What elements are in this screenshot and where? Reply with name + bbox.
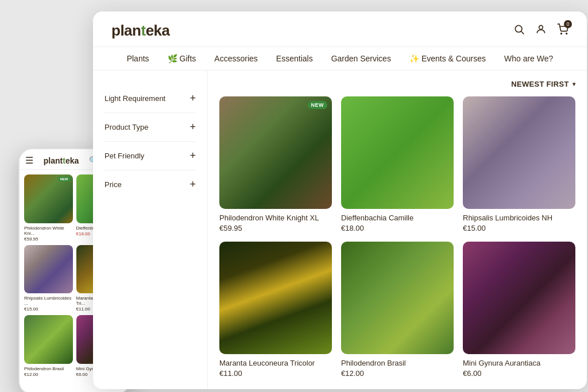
header-icons: 0	[513, 24, 568, 38]
sidebar-filters: Light Requirement + Product Type + Pet F…	[93, 71, 208, 389]
navigation: Plants 🌿 Gifts Accessories Essentials Ga…	[93, 47, 587, 71]
mobile-product-name: Philodendron White Kni...	[24, 226, 73, 236]
svg-point-3	[561, 33, 562, 34]
filter-pet-friendly[interactable]: Pet Friendly +	[105, 142, 196, 170]
product-image: NEW	[219, 96, 332, 209]
product-price: €11.00	[219, 369, 332, 378]
mobile-product-name: Philodendron Brasil	[24, 366, 73, 371]
product-image	[463, 96, 575, 209]
mobile-product-image	[24, 315, 73, 364]
mobile-product-price: €12.00	[24, 372, 73, 377]
sort-button[interactable]: NEWEST FIRST ▾	[511, 80, 575, 88]
new-badge: NEW	[308, 101, 328, 109]
svg-point-2	[539, 25, 543, 29]
product-name: Maranta Leuconeura Tricolor	[219, 359, 332, 367]
nav-item-essentials[interactable]: Essentials	[276, 54, 313, 63]
nav-item-about[interactable]: Who are We?	[504, 54, 553, 63]
product-image	[219, 242, 332, 354]
sort-bar: NEWEST FIRST ▾	[219, 80, 575, 88]
plant-image-5	[341, 242, 454, 354]
cart-count: 0	[564, 20, 572, 28]
product-price: €59.95	[219, 224, 332, 232]
nav-item-events[interactable]: ✨ Events & Courses	[409, 54, 486, 63]
mobile-product-image: NEW	[24, 174, 73, 223]
nav-item-accessories[interactable]: Accessories	[214, 54, 257, 63]
header: planteka 0	[93, 11, 587, 47]
mobile-product-image	[24, 245, 73, 294]
plant-image-4	[219, 242, 332, 354]
hamburger-icon[interactable]: ☰	[25, 155, 33, 166]
plant-image-3	[463, 96, 575, 209]
chevron-down-icon: ▾	[572, 81, 575, 87]
product-name: Philodendron White Knight XL	[219, 214, 332, 222]
filter-label: Price	[105, 180, 122, 189]
product-image	[341, 242, 454, 354]
table-row[interactable]: NEW Philodendron White Knight XL €59.95	[219, 96, 332, 232]
table-row[interactable]: Philodendron Brasil €12.00	[341, 242, 454, 378]
table-row[interactable]: Dieffenbachia Camille €18.00	[341, 96, 454, 232]
filter-expand-icon: +	[189, 92, 196, 104]
logo: planteka	[111, 22, 170, 40]
svg-point-0	[515, 25, 522, 32]
product-name: Rhipsalis Lumbricoides NH	[463, 214, 575, 222]
mobile-new-badge: NEW	[58, 177, 71, 181]
filter-light-requirement[interactable]: Light Requirement +	[105, 84, 196, 113]
svg-line-1	[521, 32, 524, 34]
desktop-frame: planteka 0	[93, 11, 587, 389]
product-price: €12.00	[341, 369, 454, 378]
sort-label: NEWEST FIRST	[511, 80, 568, 88]
mobile-product-price: €15.00	[24, 306, 73, 312]
product-price: €6.00	[463, 369, 575, 378]
filter-expand-icon: +	[189, 121, 196, 133]
plant-image-2	[341, 96, 454, 209]
main-content: Light Requirement + Product Type + Pet F…	[93, 71, 587, 389]
filter-label: Product Type	[105, 123, 148, 131]
filter-product-type[interactable]: Product Type +	[105, 113, 196, 142]
table-row[interactable]: Maranta Leuconeura Tricolor €11.00	[219, 242, 332, 378]
product-image	[341, 96, 454, 209]
filter-price[interactable]: Price +	[105, 170, 196, 199]
product-name: Philodendron Brasil	[341, 359, 454, 367]
search-icon[interactable]	[513, 24, 525, 38]
mobile-product-price: €59.95	[24, 236, 73, 242]
table-row[interactable]: Rhipsalis Lumbricoides NH €15.00	[463, 96, 575, 232]
plant-image-6	[463, 242, 575, 354]
mobile-product-name: Rhipsalis Lumbricoides ...	[24, 296, 73, 306]
plant-image-1	[219, 96, 332, 209]
table-row[interactable]: Mini Gynura Aurantiaca €6.00	[463, 242, 575, 378]
svg-point-4	[566, 33, 567, 34]
filter-expand-icon: +	[189, 150, 196, 162]
product-image	[463, 242, 575, 354]
product-grid: NEW Philodendron White Knight XL €59.95 …	[219, 96, 575, 378]
products-area: NEWEST FIRST ▾ NEW Philodendron White Kn…	[208, 71, 587, 389]
nav-item-plants[interactable]: Plants	[127, 54, 149, 63]
filter-expand-icon: +	[189, 178, 196, 191]
nav-item-gifts[interactable]: 🌿 Gifts	[168, 54, 196, 63]
filter-label: Light Requirement	[105, 94, 165, 103]
product-price: €18.00	[341, 224, 454, 232]
mobile-logo: plantteka	[44, 156, 79, 165]
cart-icon[interactable]: 0	[557, 24, 568, 38]
nav-item-garden-services[interactable]: Garden Services	[331, 54, 391, 63]
filter-label: Pet Friendly	[105, 152, 144, 160]
mobile-list-item[interactable]: Rhipsalis Lumbricoides ... €15.00	[24, 245, 73, 312]
product-price: €15.00	[463, 224, 575, 232]
product-name: Mini Gynura Aurantiaca	[463, 359, 575, 367]
mobile-list-item[interactable]: Philodendron Brasil €12.00	[24, 315, 73, 377]
mobile-list-item[interactable]: NEW Philodendron White Kni... €59.95	[24, 174, 73, 242]
product-name: Dieffenbachia Camille	[341, 214, 454, 222]
account-icon[interactable]	[535, 24, 547, 38]
